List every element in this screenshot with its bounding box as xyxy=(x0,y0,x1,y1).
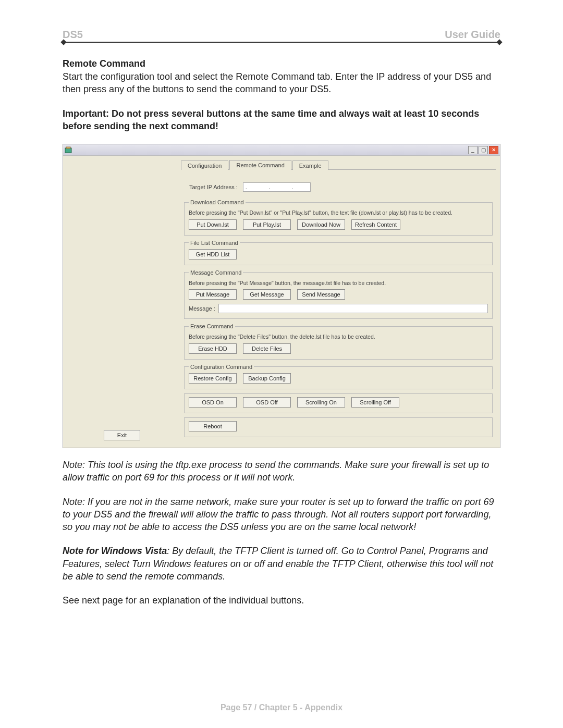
note-1: Note: This tool is using the tftp.exe pr… xyxy=(63,459,500,484)
page-footer: Page 57 / Chapter 5 - Appendix xyxy=(0,703,563,712)
note-3: Note for Windows Vista: By default, the … xyxy=(63,545,500,583)
close-button[interactable]: ✕ xyxy=(489,146,498,154)
erase-command-group: Erase Command Before pressing the "Delet… xyxy=(184,323,493,360)
titlebar: _ ▢ ✕ xyxy=(63,144,500,156)
configuration-command-group: Configuration Command Restore Config Bac… xyxy=(184,364,493,389)
send-message-button[interactable]: Send Message xyxy=(297,289,345,300)
refresh-content-button[interactable]: Refresh Content xyxy=(351,219,400,230)
get-hdd-list-button[interactable]: Get HDD List xyxy=(189,249,237,260)
delete-files-button[interactable]: Delete Files xyxy=(243,343,291,354)
erase-legend: Erase Command xyxy=(189,323,235,329)
see-next-page: See next page for an explanation of the … xyxy=(63,594,500,607)
scrolling-off-button[interactable]: Scrolling Off xyxy=(351,397,399,408)
file-list-command-group: File List Command Get HDD List xyxy=(184,240,493,265)
target-ip-input[interactable] xyxy=(243,182,311,192)
note-3-title: Note for Windows Vista xyxy=(63,546,167,556)
message-label: Message : xyxy=(189,305,215,312)
erase-help: Before pressing the "Delete Files" butto… xyxy=(189,334,488,340)
exit-button[interactable]: Exit xyxy=(104,430,140,440)
scrolling-on-button[interactable]: Scrolling On xyxy=(297,397,345,408)
reboot-button[interactable]: Reboot xyxy=(189,421,237,431)
svg-rect-1 xyxy=(66,147,70,149)
message-help: Before pressing the "Put Message" button… xyxy=(189,280,488,287)
put-play-lst-button[interactable]: Put Play.lst xyxy=(243,219,291,230)
osd-on-button[interactable]: OSD On xyxy=(189,397,237,408)
download-now-button[interactable]: Download Now xyxy=(297,219,345,230)
tab-configuration[interactable]: Configuration xyxy=(181,161,228,170)
header-divider xyxy=(63,42,500,43)
tab-bar: Configuration Remote Command Example xyxy=(181,160,496,170)
misc-command-group: OSD On OSD Off Scrolling On Scrolling Of… xyxy=(184,393,493,413)
message-command-group: Message Command Before pressing the "Put… xyxy=(184,269,493,319)
target-ip-label: Target IP Address : xyxy=(189,184,238,190)
note-2: Note: If you are not in the same network… xyxy=(63,496,500,534)
backup-config-button[interactable]: Backup Config xyxy=(243,373,291,384)
minimize-button[interactable]: _ xyxy=(468,146,478,154)
message-input[interactable] xyxy=(218,304,488,313)
header-left: DS5 xyxy=(63,29,83,41)
download-command-group: Download Command Before pressing the "Pu… xyxy=(184,199,493,236)
message-legend: Message Command xyxy=(189,269,243,276)
tab-remote-command[interactable]: Remote Command xyxy=(229,160,291,170)
download-help: Before pressing the "Put Down.lst" or "P… xyxy=(189,209,488,216)
download-command-legend: Download Command xyxy=(189,199,246,205)
important-text: Important: Do not press several buttons … xyxy=(63,107,500,133)
put-message-button[interactable]: Put Message xyxy=(189,289,237,300)
restore-config-button[interactable]: Restore Config xyxy=(189,373,237,384)
file-list-legend: File List Command xyxy=(189,240,240,246)
app-window: _ ▢ ✕ Exit Configuration Remote Command … xyxy=(63,144,500,448)
get-message-button[interactable]: Get Message xyxy=(243,289,291,300)
put-down-lst-button[interactable]: Put Down.lst xyxy=(189,219,237,230)
app-icon xyxy=(65,146,73,154)
page-header: DS5 User Guide xyxy=(63,29,500,41)
header-right: User Guide xyxy=(445,29,500,41)
config-cmd-legend: Configuration Command xyxy=(189,364,254,370)
intro-text: Start the configuration tool and select … xyxy=(63,70,500,96)
osd-off-button[interactable]: OSD Off xyxy=(243,397,291,408)
reboot-group: Reboot xyxy=(184,417,493,437)
tab-example[interactable]: Example xyxy=(292,161,328,170)
maximize-button[interactable]: ▢ xyxy=(479,146,488,154)
erase-hdd-button[interactable]: Erase HDD xyxy=(189,343,237,354)
section-title: Remote Command xyxy=(63,58,500,69)
